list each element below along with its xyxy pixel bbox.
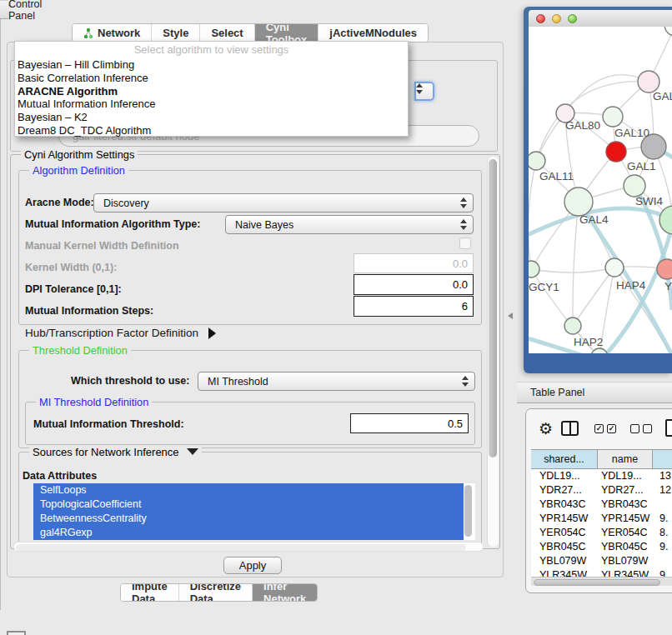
mi-threshold-label: Mutual Information Threshold: — [33, 418, 184, 430]
mi-threshold-field[interactable] — [350, 413, 469, 433]
gear-icon[interactable]: ⚙ — [539, 419, 553, 438]
table-row[interactable]: YPR145WYPR145W9. — [531, 512, 672, 526]
settings-scrollbar-thumb[interactable] — [489, 159, 497, 458]
network-edge[interactable] — [573, 202, 579, 326]
which-threshold-label: Which threshold to use: — [71, 375, 189, 387]
sources-title-row[interactable]: Sources for Network Inference — [29, 446, 202, 458]
aracne-mode-combobox[interactable]: Discovery — [93, 193, 474, 212]
mi-steps-label: Mutual Information Steps: — [25, 305, 153, 317]
apply-button[interactable]: Apply — [223, 557, 282, 574]
aracne-mode-label: Aracne Mode: — [25, 197, 94, 208]
table-row[interactable]: YBR045CYBR045C9. — [531, 540, 672, 554]
hub-definition-expander[interactable]: Hub/Transcription Factor Definition — [25, 327, 216, 339]
settings-hscrollbar-thumb[interactable] — [16, 544, 466, 551]
toolbar-button-fragment[interactable] — [7, 631, 26, 635]
cyni-settings-title: Cyni Algorithm Settings — [21, 148, 138, 161]
attribute-list-item-selected[interactable]: gal4RGexp — [33, 526, 464, 540]
table-row[interactable]: YBL079WYBL079W — [531, 554, 672, 568]
algorithm-combobox-fragment[interactable] — [414, 82, 434, 101]
unchecked-checkbox-icon[interactable] — [643, 424, 652, 433]
attribute-list-item-selected[interactable]: BetweennessCentrality — [33, 512, 464, 526]
column-header-shared-name[interactable]: shared... — [531, 449, 598, 469]
network-node[interactable] — [603, 107, 623, 127]
tab-select[interactable]: Select — [200, 24, 254, 42]
node-label: GAL1 — [627, 160, 656, 172]
network-edge[interactable] — [573, 268, 614, 326]
mi-type-combobox[interactable]: Naive Bayes — [225, 215, 474, 234]
table-cell: YBR045C — [601, 540, 648, 554]
splitter-collapse-icon[interactable] — [508, 312, 513, 319]
split-view-icon[interactable] — [561, 421, 579, 436]
file-icon[interactable] — [665, 419, 672, 437]
list-scrollbar-thumb[interactable] — [464, 485, 472, 537]
attribute-list-item-selected[interactable]: TopologicalCoefficient — [33, 498, 464, 512]
bottom-tab-infer-network[interactable]: Infer Network — [253, 584, 317, 601]
dropdown-item[interactable]: ARACNE Algorithm — [15, 85, 408, 98]
combo-spinner-icon — [416, 83, 433, 94]
node-table[interactable]: shared... name A YDL19...YDL19...13YDR27… — [531, 449, 672, 586]
mi-type-label: Mutual Information Algorithm Type: — [25, 218, 200, 230]
network-node[interactable] — [659, 206, 672, 234]
settings-hscrollbar-track[interactable] — [13, 542, 484, 552]
network-canvas[interactable]: GALGAL80GAL10GAL1GAL11SWI4GAL4GCY1HAP4YH… — [529, 27, 672, 353]
mi-steps-field[interactable] — [354, 296, 474, 317]
table-hscrollbar-thumb[interactable] — [534, 579, 660, 586]
network-node[interactable] — [529, 261, 539, 278]
tab-network[interactable]: Network — [73, 24, 152, 42]
network-node[interactable] — [564, 318, 581, 334]
table-panel-titlebar: Table Panel — [517, 382, 672, 403]
table-cell: YER054C — [601, 526, 648, 540]
network-edge[interactable] — [531, 268, 614, 272]
data-attributes-list[interactable]: SelfLoopsTopologicalCoefficientBetweenne… — [33, 483, 475, 540]
manual-kernel-checkbox[interactable] — [459, 238, 471, 249]
table-row[interactable]: YER054CYER054C8. — [531, 526, 672, 540]
dropdown-item[interactable]: Bayesian – K2 — [15, 111, 408, 124]
network-node[interactable] — [529, 152, 545, 170]
tab-jactivemnodules[interactable]: jActiveMNodules — [318, 24, 428, 42]
dropdown-item[interactable]: Mutual Information Inference — [15, 98, 408, 111]
network-node[interactable] — [606, 142, 626, 162]
network-node[interactable] — [591, 348, 608, 353]
bottom-tab-discretize-data[interactable]: Discretize Data — [179, 584, 253, 601]
zoom-traffic-icon[interactable] — [568, 14, 577, 23]
dropdown-item[interactable]: Dream8 DC_TDC Algorithm — [15, 124, 408, 138]
expand-right-icon — [208, 328, 216, 339]
bottom-tab-impute-data[interactable]: Impute Data — [121, 584, 179, 601]
table-row[interactable]: YDR27...YDR27...12 — [531, 483, 672, 498]
dropdown-item[interactable]: Basic Correlation Inference — [15, 72, 408, 85]
attribute-list-item-selected[interactable]: SelfLoops — [33, 483, 464, 498]
network-node[interactable] — [564, 188, 593, 216]
network-node[interactable] — [664, 27, 672, 36]
network-edge[interactable] — [529, 161, 536, 269]
node-label: SWI4 — [635, 195, 663, 208]
table-hscrollbar-track[interactable] — [531, 577, 672, 586]
network-edge[interactable] — [565, 75, 649, 113]
node-label: GAL11 — [539, 170, 574, 182]
table-row[interactable]: YDL19...YDL19...13 — [531, 469, 672, 483]
network-node[interactable] — [657, 259, 672, 279]
mi-type-value: Naive Bayes — [235, 219, 293, 231]
checked-checkbox-icon[interactable]: ✓ — [594, 424, 604, 433]
which-threshold-combobox[interactable]: MI Threshold — [198, 372, 475, 391]
kernel-width-field[interactable] — [354, 253, 474, 273]
column-header-partial[interactable]: A — [653, 449, 672, 469]
network-window-titlebar — [529, 10, 672, 27]
tab-label: Style — [163, 27, 188, 39]
network-node[interactable] — [605, 258, 624, 277]
minimize-traffic-icon[interactable] — [552, 14, 561, 23]
tab-cyni-toolbox[interactable]: Cyni Toolbox — [255, 24, 319, 42]
checked-checkbox-icon[interactable]: ✓ — [607, 424, 616, 433]
node-label: GAL4 — [579, 213, 609, 226]
table-cell: YBR045C — [539, 540, 586, 554]
column-header-name[interactable]: name — [598, 449, 653, 469]
tab-label: Cyni Toolbox — [266, 23, 308, 42]
table-row[interactable]: YBR043CYBR043C — [531, 498, 672, 512]
close-traffic-icon[interactable] — [536, 14, 545, 23]
screen: Control Panel ✗ NetworkStyleSelectCyni T… — [0, 0, 672, 635]
table-cell: YDR27... — [539, 483, 582, 498]
unchecked-checkbox-icon[interactable] — [630, 424, 639, 433]
dpi-tolerance-field[interactable] — [354, 274, 474, 295]
tab-style[interactable]: Style — [152, 24, 200, 42]
dropdown-item[interactable]: Bayesian – Hill Climbing — [15, 58, 408, 72]
network-node[interactable] — [624, 175, 645, 197]
